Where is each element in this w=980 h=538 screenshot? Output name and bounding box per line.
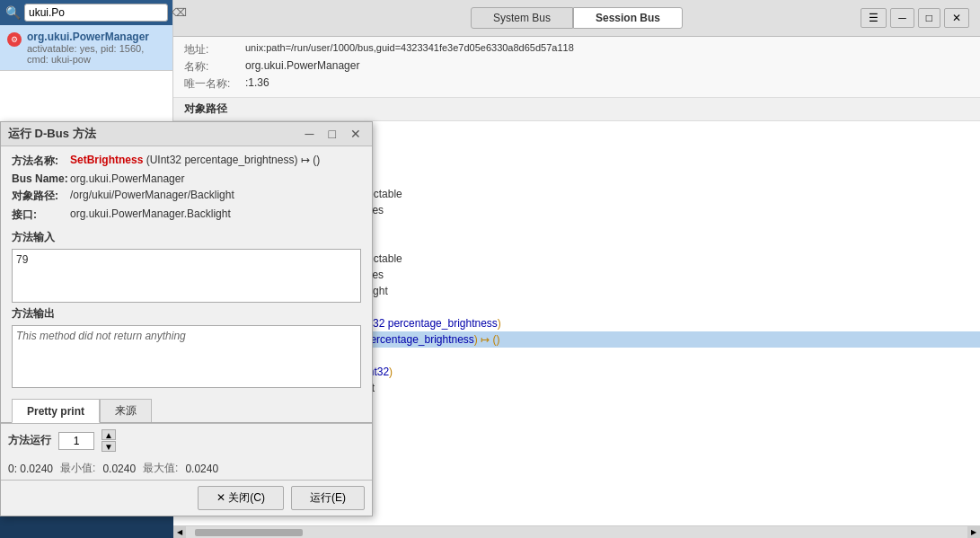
service-item[interactable]: ⚙ org.ukui.PowerManager activatable: yes… [0, 25, 172, 71]
search-bar: 🔍 ⌫ [0, 0, 172, 25]
service-detail: activatable: yes, pid: 1560, cmd: ukui-p… [27, 43, 165, 65]
service-name: org.ukui.PowerManager [27, 31, 165, 43]
dialog-title: 运行 D-Bus 方法 [8, 126, 295, 142]
method-params: (UInt32 percentage_brightness) ↦ () [143, 154, 320, 166]
set-brightness-arrow: ) ↦ () [474, 333, 500, 346]
dialog-titlebar: 运行 D-Bus 方法 ─ □ ✕ [1, 122, 372, 146]
close-window-button[interactable]: ✕ [944, 8, 969, 28]
input-section-label: 方法输入 [12, 230, 361, 245]
unique-key: 唯一名称: [184, 76, 238, 92]
top-bar: System Bus Session Bus ☰ ─ □ ✕ [173, 0, 980, 37]
toolbar: ☰ ─ □ ✕ [690, 8, 969, 28]
output-tabs: Pretty print 来源 [1, 399, 372, 423]
run-label: 方法运行 [8, 433, 51, 448]
minimize-window-button[interactable]: ─ [890, 8, 914, 28]
scroll-thumb [195, 529, 303, 536]
stepper-down[interactable]: ▼ [102, 441, 116, 452]
addr-line: 地址: unix:path=/run/user/1000/bus,guid=43… [184, 42, 969, 57]
path-label: 对象路径: [12, 189, 70, 204]
busname-row: Bus Name: org.ukui.PowerManager [12, 172, 361, 185]
hamburger-button[interactable]: ☰ [861, 8, 887, 28]
method-value: SetBrightness (UInt32 percentage_brightn… [70, 154, 320, 169]
dialog-body: 方法名称: SetBrightness (UInt32 percentage_b… [1, 146, 372, 395]
tab-pretty-print[interactable]: Pretty print [12, 399, 100, 423]
maximize-button[interactable]: □ [325, 127, 340, 141]
maximize-window-button[interactable]: □ [918, 8, 940, 28]
service-icon: ⚙ [7, 32, 22, 47]
get-brightness-close: ) [498, 317, 501, 330]
busname-label: Bus Name: [12, 172, 70, 185]
stepper-up[interactable]: ▲ [102, 429, 116, 440]
run-count-input[interactable] [58, 432, 94, 450]
method-dialog: 运行 D-Bus 方法 ─ □ ✕ 方法名称: SetBrightness (U… [0, 121, 373, 516]
stats-min-label: 最小值: [60, 461, 95, 476]
horizontal-scrollbar[interactable]: ◀ ▶ [173, 525, 980, 538]
name-val: org.ukui.PowerManager [245, 59, 359, 75]
close-button[interactable]: ✕ 关闭(C) [198, 486, 284, 510]
name-line: 名称: org.ukui.PowerManager [184, 59, 969, 75]
scroll-left-button[interactable]: ◀ [173, 526, 186, 539]
iface-row: 接口: org.ukui.PowerManager.Backlight [12, 207, 361, 223]
run-button[interactable]: 运行(E) [291, 486, 365, 510]
addr-val: unix:path=/run/user/1000/bus,guid=432334… [245, 42, 574, 57]
busname-value: org.ukui.PowerManager [70, 172, 184, 185]
method-output-area: This method did not return anything [12, 325, 361, 388]
tab-source[interactable]: 来源 [100, 399, 152, 422]
clear-button[interactable]: ⌫ [172, 6, 187, 19]
minimize-button[interactable]: ─ [302, 127, 318, 141]
search-input[interactable] [24, 4, 168, 22]
object-path-header: 对象路径 [173, 98, 980, 121]
action-row: ✕ 关闭(C) 运行(E) [1, 480, 372, 516]
session-bus-tab[interactable]: Session Bus [573, 7, 683, 29]
bus-tabs: System Bus Session Bus [471, 7, 683, 29]
scroll-track [186, 529, 967, 536]
system-bus-tab[interactable]: System Bus [471, 7, 573, 29]
info-panel: 地址: unix:path=/run/user/1000/bus,guid=43… [173, 37, 980, 98]
method-name-text: SetBrightness [70, 154, 143, 166]
addr-key: 地址: [184, 42, 238, 57]
iface-value: org.ukui.PowerManager.Backlight [70, 207, 231, 223]
output-section-label: 方法输出 [12, 306, 361, 322]
unique-val: :1.36 [245, 76, 269, 92]
path-row: 对象路径: /org/ukui/PowerManager/Backlight [12, 189, 361, 204]
stats-max-value: 0.0240 [185, 463, 218, 475]
stats-min-value: 0.0240 [102, 463, 136, 475]
name-key: 名称: [184, 59, 238, 75]
unique-line: 唯一名称: :1.36 [184, 76, 969, 92]
run-section: 方法运行 ▲ ▼ [1, 423, 372, 457]
method-name-row: 方法名称: SetBrightness (UInt32 percentage_b… [12, 154, 361, 169]
brightness-changed-close: ) [389, 366, 393, 378]
path-value: /org/ukui/PowerManager/Backlight [70, 189, 234, 204]
scroll-right-button[interactable]: ▶ [967, 526, 980, 539]
stats-avg: 0: 0.0240 [8, 463, 53, 475]
method-input-area[interactable]: 79 [12, 249, 361, 303]
iface-label: 接口: [12, 207, 70, 223]
stats-row: 0: 0.0240 最小值: 0.0240 最大值: 0.0240 [1, 457, 372, 480]
get-brightness-type: UInt32 percentage_brightness [353, 317, 498, 330]
close-dialog-button[interactable]: ✕ [347, 127, 365, 141]
search-icon: 🔍 [5, 5, 21, 20]
run-stepper: ▲ ▼ [102, 429, 116, 452]
stats-max-label: 最大值: [143, 461, 178, 476]
method-label: 方法名称: [12, 154, 70, 169]
